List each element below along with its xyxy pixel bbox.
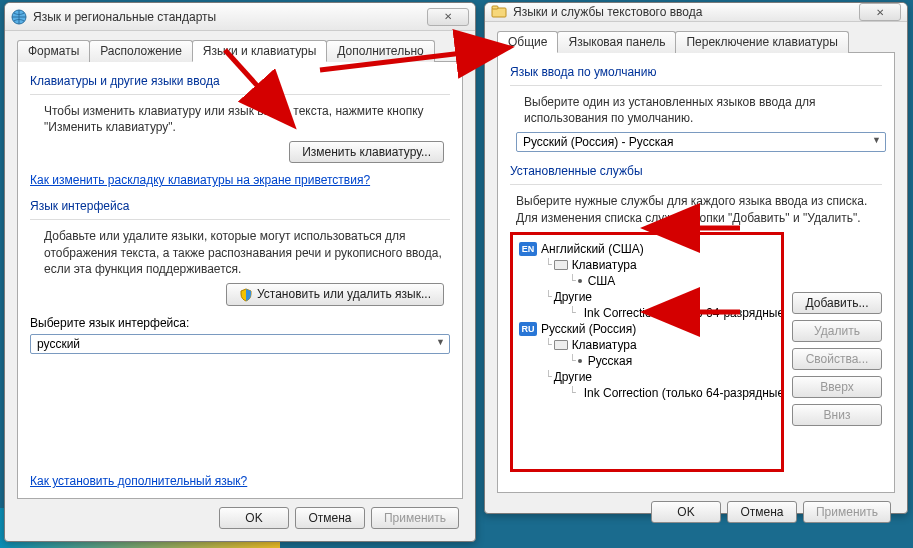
select-ui-lang-label: Выберите язык интерфейса: bbox=[30, 316, 450, 330]
apply-button[interactable]: Применить bbox=[371, 507, 459, 529]
window-text-services: Языки и службы текстового ввода ✕ Общие … bbox=[484, 2, 908, 514]
tree-en-ink[interactable]: └Ink Correction (только 64-разрядные) bbox=[519, 305, 775, 321]
svg-rect-2 bbox=[492, 6, 498, 9]
tree-ru-kb-russian[interactable]: └Русская bbox=[519, 353, 775, 369]
tree-en-other[interactable]: └Другие bbox=[519, 289, 775, 305]
tab-panel: Клавиатуры и другие языки ввода Чтобы из… bbox=[17, 62, 463, 499]
tree-lang-en[interactable]: ENАнглийский (США) bbox=[519, 241, 775, 257]
tab-general[interactable]: Общие bbox=[497, 31, 558, 53]
keyboard-folder-icon bbox=[491, 4, 507, 20]
group-ui-lang-body: Добавьте или удалите языки, которые могу… bbox=[30, 226, 450, 283]
remove-button[interactable]: Удалить bbox=[792, 320, 882, 342]
move-down-button[interactable]: Вниз bbox=[792, 404, 882, 426]
keyboard-icon bbox=[554, 340, 568, 350]
change-keyboard-button[interactable]: Изменить клавиатуру... bbox=[289, 141, 444, 163]
tabs-text-services: Общие Языковая панель Переключение клави… bbox=[497, 30, 895, 53]
group-installed-services-body: Выберите нужные службы для каждого языка… bbox=[510, 191, 882, 231]
add-button[interactable]: Добавить... bbox=[792, 292, 882, 314]
ok-button[interactable]: OK bbox=[219, 507, 289, 529]
group-default-lang-title: Язык ввода по умолчанию bbox=[510, 63, 882, 83]
tree-ru-other[interactable]: └Другие bbox=[519, 369, 775, 385]
tree-ru-keyboard[interactable]: └Клавиатура bbox=[519, 337, 775, 353]
group-keyboards-title: Клавиатуры и другие языки ввода bbox=[30, 72, 450, 92]
dialog-buttons: OK Отмена Применить bbox=[17, 499, 463, 531]
tab-location[interactable]: Расположение bbox=[89, 40, 193, 62]
properties-button[interactable]: Свойства... bbox=[792, 348, 882, 370]
dialog-buttons: OK Отмена Применить bbox=[497, 493, 895, 525]
group-default-lang-body: Выберите один из установленных языков вв… bbox=[510, 92, 882, 132]
tree-ru-ink[interactable]: └Ink Correction (только 64-разрядные) bbox=[519, 385, 775, 401]
tab-language-bar[interactable]: Языковая панель bbox=[557, 31, 676, 53]
group-installed-services-title: Установленные службы bbox=[510, 162, 882, 182]
group-keyboards-body: Чтобы изменить клавиатуру или язык ввода… bbox=[30, 101, 450, 141]
apply-button[interactable]: Применить bbox=[803, 501, 891, 523]
select-ui-language[interactable]: русский bbox=[30, 334, 450, 354]
link-install-additional[interactable]: Как установить дополнительный язык? bbox=[30, 474, 247, 488]
tabs-region: Форматы Расположение Языки и клавиатуры … bbox=[17, 39, 463, 62]
tree-lang-ru[interactable]: RUРусский (Россия) bbox=[519, 321, 775, 337]
globe-icon bbox=[11, 9, 27, 25]
ru-badge-icon: RU bbox=[519, 322, 537, 336]
window-title: Язык и региональные стандарты bbox=[33, 10, 427, 24]
tab-formats[interactable]: Форматы bbox=[17, 40, 90, 62]
window-title: Языки и службы текстового ввода bbox=[513, 5, 859, 19]
select-default-input-language[interactable]: Русский (Россия) - Русская bbox=[516, 132, 886, 152]
keyboard-icon bbox=[554, 260, 568, 270]
installed-services-tree[interactable]: ENАнглийский (США) └Клавиатура └США └Дру… bbox=[510, 232, 784, 472]
titlebar: Языки и службы текстового ввода ✕ bbox=[485, 3, 907, 22]
cancel-button[interactable]: Отмена bbox=[727, 501, 797, 523]
en-badge-icon: EN bbox=[519, 242, 537, 256]
tree-en-keyboard[interactable]: └Клавиатура bbox=[519, 257, 775, 273]
shield-icon bbox=[239, 288, 253, 302]
move-up-button[interactable]: Вверх bbox=[792, 376, 882, 398]
tab-keyboard-switch[interactable]: Переключение клавиатуры bbox=[675, 31, 848, 53]
tab-panel: Язык ввода по умолчанию Выберите один из… bbox=[497, 53, 895, 493]
install-remove-language-button[interactable]: Установить или удалить язык... bbox=[226, 283, 444, 306]
titlebar: Язык и региональные стандарты ✕ bbox=[5, 3, 475, 31]
tab-languages-keyboards[interactable]: Языки и клавиатуры bbox=[192, 40, 327, 62]
close-button[interactable]: ✕ bbox=[859, 3, 901, 21]
close-button[interactable]: ✕ bbox=[427, 8, 469, 26]
cancel-button[interactable]: Отмена bbox=[295, 507, 365, 529]
window-region-language: Язык и региональные стандарты ✕ Форматы … bbox=[4, 2, 476, 542]
tab-advanced[interactable]: Дополнительно bbox=[326, 40, 434, 62]
ok-button[interactable]: OK bbox=[651, 501, 721, 523]
group-ui-lang-title: Язык интерфейса bbox=[30, 197, 450, 217]
tree-en-kb-us[interactable]: └США bbox=[519, 273, 775, 289]
link-change-layout-welcome[interactable]: Как изменить раскладку клавиатуры на экр… bbox=[30, 173, 370, 187]
